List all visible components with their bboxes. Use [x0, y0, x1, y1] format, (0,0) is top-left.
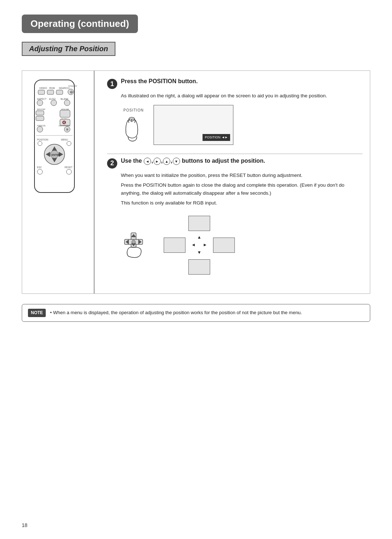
section-title-box: Adjusting The Position	[22, 42, 115, 56]
step1-illustration: POSITION	[121, 105, 363, 145]
svg-text:MAGNIF: MAGNIF	[37, 108, 46, 110]
position-badge: POSITION ◄►	[203, 134, 230, 141]
svg-text:SEARCH: SEARCH	[59, 87, 69, 89]
header-banner: Operating (continued)	[22, 15, 138, 33]
direction-diagram: ▲ ◄ ► ▼	[161, 213, 238, 277]
svg-rect-22	[36, 116, 44, 121]
svg-rect-0	[34, 80, 74, 192]
svg-point-57	[132, 240, 135, 244]
remote-control: VIDEO RGB SEARCH STAN'BY ⏻ ASPECT AUTO B…	[29, 78, 87, 195]
step-1-description: As illustrated on the right, a dialog wi…	[121, 92, 363, 100]
svg-text:KEYSTONE: KEYSTONE	[59, 125, 71, 127]
position-badge-arrows: ◄►	[221, 135, 228, 140]
svg-text:⊞: ⊞	[66, 128, 69, 131]
step-1-body: As illustrated on the right, a dialog wi…	[121, 92, 363, 145]
svg-text:STAN'BY: STAN'BY	[68, 85, 77, 87]
svg-text:ENTER: ENTER	[52, 154, 60, 156]
svg-rect-19	[36, 111, 44, 115]
section-title: Adjusting The Position	[29, 45, 108, 53]
right-arrow-btn: ►	[154, 158, 161, 165]
page-number: 18	[22, 522, 28, 528]
note-label: NOTE	[28, 309, 46, 317]
step2-illustration: ▲ ◄ ► ▼	[121, 213, 363, 277]
step-2-number: 2	[107, 158, 117, 169]
svg-rect-7	[56, 90, 63, 94]
svg-rect-6	[47, 90, 54, 94]
dpad-hand-area	[121, 229, 150, 261]
remote-control-area: VIDEO RGB SEARCH STAN'BY ⏻ ASPECT AUTO B…	[22, 71, 95, 293]
note-box: NOTE • When a menu is displayed, the ope…	[22, 304, 370, 322]
step-2-para-2: Press the POSITION button again to close…	[121, 181, 363, 197]
step-2-para-1: When you want to initialize the position…	[121, 171, 363, 179]
svg-rect-20	[60, 110, 70, 117]
svg-text:ASPECT: ASPECT	[37, 98, 46, 100]
down-arrow-btn: ▼	[173, 158, 180, 165]
position-label: POSITION	[123, 108, 144, 113]
svg-point-28	[37, 126, 43, 132]
step-2: 2 Use the ◄,►,▲,▼ buttons to adjust the …	[107, 158, 363, 277]
up-arrow-btn: ▲	[163, 158, 170, 165]
step-1: 1 Press the POSITION button. As illustra…	[107, 78, 363, 145]
step-1-title: Press the POSITION button.	[121, 78, 198, 85]
screen-dialog: POSITION ◄►	[154, 105, 233, 145]
svg-point-14	[51, 100, 57, 106]
svg-text:🔇: 🔇	[62, 120, 66, 125]
left-arrow-btn: ◄	[144, 158, 151, 165]
svg-point-13	[37, 100, 43, 106]
main-content: VIDEO RGB SEARCH STAN'BY ⏻ ASPECT AUTO B…	[22, 70, 370, 294]
svg-point-15	[64, 100, 70, 106]
steps-area: 1 Press the POSITION button. As illustra…	[103, 71, 370, 293]
svg-text:MENU: MENU	[61, 138, 68, 141]
svg-text:RGB: RGB	[49, 87, 55, 89]
svg-rect-5	[38, 90, 45, 94]
hand-press-area: POSITION	[121, 108, 146, 142]
svg-text:ESC: ESC	[37, 166, 42, 169]
svg-text:VIDEO: VIDEO	[39, 87, 47, 89]
step-2-title: Use the ◄,►,▲,▼ buttons to adjust the po…	[121, 158, 265, 165]
svg-text:POSITION: POSITION	[37, 138, 48, 141]
step-1-number: 1	[107, 79, 117, 89]
svg-text:⏻: ⏻	[70, 90, 73, 94]
position-badge-text: POSITION	[205, 135, 220, 140]
note-bullet: •	[50, 310, 52, 315]
svg-line-50	[135, 120, 135, 123]
svg-text:RESET: RESET	[65, 166, 73, 169]
note-text: When a menu is displayed, the operation …	[53, 310, 302, 315]
svg-text:FREEZE: FREEZE	[37, 125, 46, 127]
svg-line-48	[128, 120, 129, 123]
step-2-para-3: This function is only available for RGB …	[121, 199, 363, 207]
step-2-body: When you want to initialize the position…	[121, 171, 363, 277]
header-title: Operating (continued)	[30, 18, 129, 29]
